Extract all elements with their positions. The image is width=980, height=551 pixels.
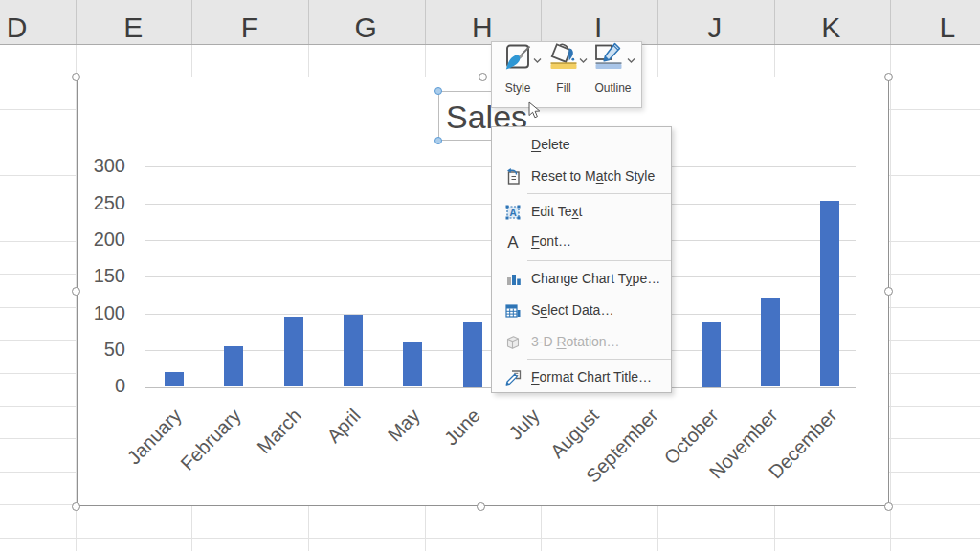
svg-text:A: A — [509, 208, 516, 218]
svg-text:A: A — [507, 233, 519, 251]
